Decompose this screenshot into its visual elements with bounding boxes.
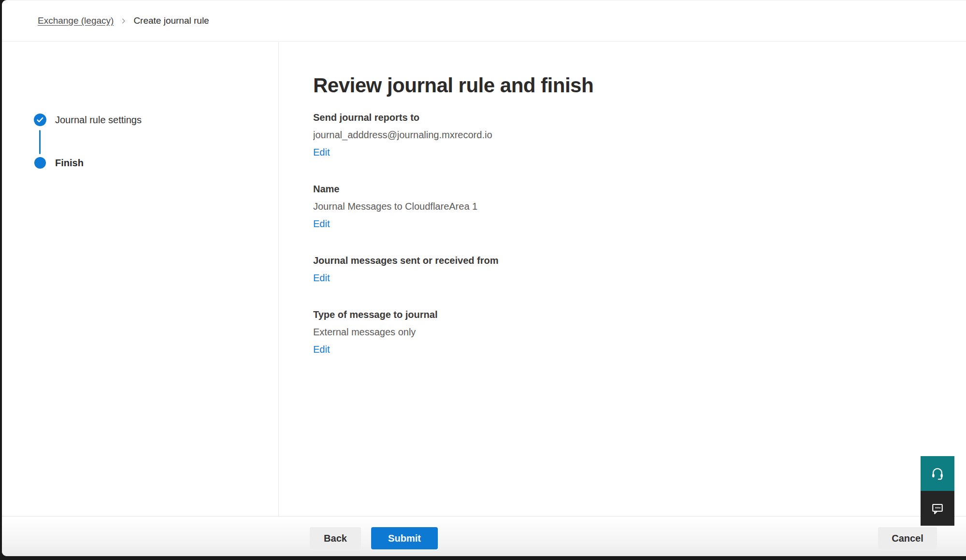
step-current-indicator [34, 157, 46, 169]
back-button[interactable]: Back [310, 527, 361, 549]
app-window: Exchange (legacy) Create journal rule Jo… [2, 0, 966, 556]
page-title: Review journal rule and finish [313, 73, 966, 98]
edit-send-journal-reports-link[interactable]: Edit [313, 145, 330, 159]
edit-journal-scope-link[interactable]: Edit [313, 271, 330, 285]
edit-message-type-link[interactable]: Edit [313, 343, 330, 356]
section-heading: Name [313, 182, 966, 196]
section-heading: Send journal reports to [313, 111, 966, 124]
section-heading: Journal messages sent or received from [313, 254, 966, 267]
wizard-stepper-panel: Journal rule settings Finish [2, 42, 279, 516]
section-journal-messages-scope: Journal messages sent or received from E… [313, 254, 966, 288]
content-area: Journal rule settings Finish Review jour… [2, 42, 966, 516]
help-button[interactable] [921, 456, 954, 491]
section-name: Name Journal Messages to CloudflareArea … [313, 182, 966, 234]
wizard-footer: Back Submit Cancel [2, 516, 966, 556]
stepper-item-finish[interactable]: Finish [55, 156, 84, 170]
breadcrumb: Exchange (legacy) Create journal rule [2, 0, 966, 42]
headset-icon [930, 466, 945, 481]
check-icon [34, 114, 46, 126]
feedback-button[interactable] [921, 491, 954, 526]
stepper-connector-line [39, 130, 41, 154]
chevron-right-icon [120, 17, 127, 25]
floating-button-stack [921, 456, 954, 526]
stepper-item-journal-rule-settings[interactable]: Journal rule settings [55, 113, 142, 127]
section-send-journal-reports-to: Send journal reports to journal_adddress… [313, 111, 966, 163]
submit-button[interactable]: Submit [371, 527, 438, 549]
edit-name-link[interactable]: Edit [313, 217, 330, 230]
breadcrumb-exchange-legacy-link[interactable]: Exchange (legacy) [38, 15, 114, 26]
journal-report-address-value: journal_adddress@journaling.mxrecord.io [313, 128, 966, 142]
rule-name-value: Journal Messages to CloudflareArea 1 [313, 200, 966, 213]
breadcrumb-current-page: Create journal rule [133, 15, 209, 26]
step-completed-indicator [34, 114, 46, 126]
message-type-value: External messages only [313, 325, 966, 339]
section-heading: Type of message to journal [313, 308, 966, 321]
chat-icon [930, 501, 945, 516]
section-message-type: Type of message to journal External mess… [313, 308, 966, 360]
cancel-button[interactable]: Cancel [878, 527, 937, 549]
review-pane: Review journal rule and finish Send jour… [313, 42, 966, 516]
